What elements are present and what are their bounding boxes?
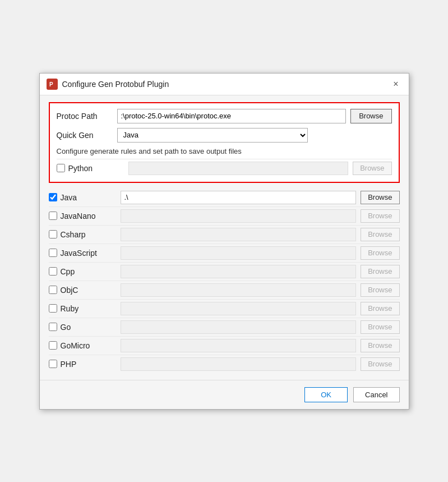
lang-row-javascript: JavaScriptBrowse: [49, 244, 400, 262]
ruby-checkbox[interactable]: [49, 304, 57, 313]
csharp-path-input[interactable]: [121, 228, 357, 241]
java-path-input[interactable]: [121, 191, 357, 204]
php-checkbox[interactable]: [49, 360, 57, 368]
java-checkbox-area: Java: [49, 193, 116, 202]
javascript-path-input[interactable]: [121, 246, 357, 260]
title-bar-left: P Configure Gen Protobuf Plugin: [47, 79, 169, 90]
objc-label: ObjC: [61, 286, 78, 295]
php-label: PHP: [61, 360, 77, 369]
cancel-button[interactable]: Cancel: [353, 387, 399, 402]
lang-row-java: JavaBrowse: [49, 189, 400, 206]
java-label: Java: [61, 193, 77, 202]
gomicro-path-input[interactable]: [121, 339, 357, 352]
javanano-checkbox-area: JavaNano: [49, 212, 116, 221]
csharp-checkbox-area: Csharp: [49, 230, 116, 239]
app-icon: P: [47, 79, 58, 90]
javanano-browse-button[interactable]: Browse: [361, 209, 399, 223]
hint-text: Configure generate rules and set path to…: [57, 147, 392, 155]
java-checkbox[interactable]: [49, 193, 57, 201]
python-checkbox-area: Python: [57, 164, 124, 173]
objc-browse-button[interactable]: Browse: [361, 283, 399, 297]
javascript-checkbox[interactable]: [49, 249, 57, 257]
go-checkbox-area: Go: [49, 323, 116, 332]
python-label: Python: [68, 164, 93, 173]
php-checkbox-area: PHP: [49, 360, 116, 369]
ok-button[interactable]: OK: [304, 387, 348, 402]
javascript-browse-button[interactable]: Browse: [361, 246, 399, 260]
quick-gen-label: Quick Gen: [57, 131, 113, 140]
gomicro-checkbox[interactable]: [49, 341, 57, 350]
javanano-label: JavaNano: [61, 212, 96, 221]
python-path-input[interactable]: [128, 162, 349, 175]
php-path-input[interactable]: [121, 357, 357, 371]
cpp-label: Cpp: [61, 267, 75, 276]
cpp-browse-button[interactable]: Browse: [361, 265, 399, 278]
java-browse-button[interactable]: Browse: [361, 191, 399, 204]
lang-row-ruby: RubyBrowse: [49, 299, 400, 318]
go-checkbox[interactable]: [49, 323, 57, 331]
ruby-browse-button[interactable]: Browse: [361, 302, 399, 315]
protoc-path-row: Protoc Path Browse: [57, 109, 392, 123]
lang-row-objc: ObjCBrowse: [49, 281, 400, 299]
gomicro-browse-button[interactable]: Browse: [361, 339, 399, 352]
protoc-path-label: Protoc Path: [57, 112, 113, 121]
ruby-checkbox-area: Ruby: [49, 304, 116, 313]
dialog-body: Protoc Path Browse Quick Gen Java Python…: [40, 95, 409, 380]
csharp-checkbox[interactable]: [49, 230, 57, 238]
protoc-path-input[interactable]: [117, 109, 347, 123]
cpp-checkbox-area: Cpp: [49, 267, 116, 276]
ruby-path-input[interactable]: [121, 302, 357, 315]
quick-gen-row: Quick Gen Java Python JavaNano Csharp Ja…: [57, 128, 392, 143]
objc-path-input[interactable]: [121, 283, 357, 297]
javascript-checkbox-area: JavaScript: [49, 249, 116, 258]
dialog-footer: OK Cancel: [40, 380, 409, 409]
close-button[interactable]: ×: [390, 78, 401, 90]
svg-text:P: P: [49, 81, 53, 88]
lang-rows-container: JavaBrowseJavaNanoBrowseCsharpBrowseJava…: [49, 189, 400, 373]
go-label: Go: [61, 323, 71, 332]
go-browse-button[interactable]: Browse: [361, 320, 399, 334]
lang-row-gomicro: GoMicroBrowse: [49, 336, 400, 355]
configure-dialog: P Configure Gen Protobuf Plugin × Protoc…: [39, 73, 409, 410]
lang-row-python: Python Browse: [57, 159, 392, 177]
lang-row-go: GoBrowse: [49, 318, 400, 336]
javanano-path-input[interactable]: [121, 209, 357, 223]
lang-row-php: PHPBrowse: [49, 355, 400, 373]
javascript-label: JavaScript: [61, 249, 97, 258]
csharp-browse-button[interactable]: Browse: [361, 228, 399, 241]
lang-row-csharp: CsharpBrowse: [49, 225, 400, 244]
gomicro-checkbox-area: GoMicro: [49, 341, 116, 350]
lang-row-cpp: CppBrowse: [49, 262, 400, 281]
csharp-label: Csharp: [61, 230, 86, 239]
php-browse-button[interactable]: Browse: [361, 357, 399, 371]
dialog-title: Configure Gen Protobuf Plugin: [62, 80, 169, 89]
javanano-checkbox[interactable]: [49, 212, 57, 220]
objc-checkbox[interactable]: [49, 286, 57, 294]
objc-checkbox-area: ObjC: [49, 286, 116, 295]
quick-gen-select[interactable]: Java Python JavaNano Csharp JavaScript C…: [117, 128, 308, 143]
python-browse-button[interactable]: Browse: [353, 162, 391, 175]
cpp-path-input[interactable]: [121, 265, 357, 278]
gomicro-label: GoMicro: [61, 341, 90, 350]
protoc-browse-button[interactable]: Browse: [350, 109, 391, 123]
highlighted-section: Protoc Path Browse Quick Gen Java Python…: [49, 102, 400, 183]
lang-row-javanano: JavaNanoBrowse: [49, 206, 400, 225]
go-path-input[interactable]: [121, 320, 357, 334]
title-bar: P Configure Gen Protobuf Plugin ×: [40, 74, 409, 95]
cpp-checkbox[interactable]: [49, 267, 57, 276]
python-checkbox[interactable]: [57, 164, 65, 172]
ruby-label: Ruby: [61, 304, 79, 313]
